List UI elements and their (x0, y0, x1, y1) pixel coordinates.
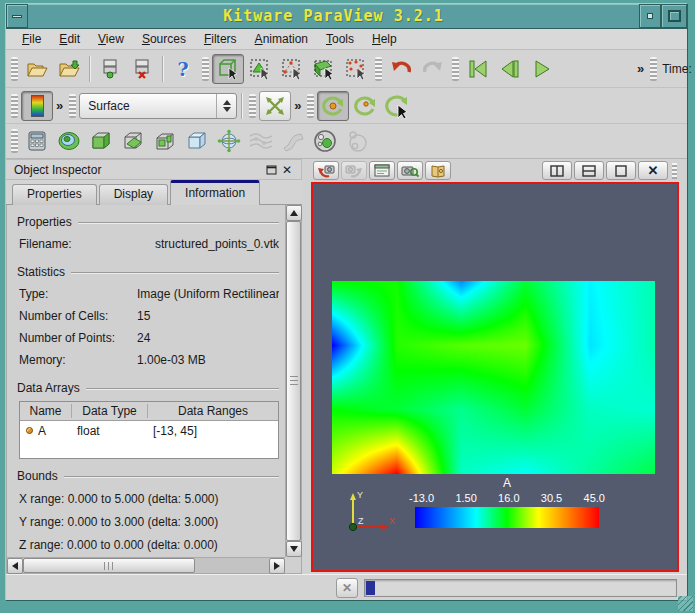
scalar-bar[interactable]: A -13.0 1.50 16.0 30.5 45.0 (409, 476, 605, 528)
toolbar-grip[interactable] (11, 94, 18, 118)
maximize-view-button[interactable] (606, 161, 636, 180)
camera-redo-button[interactable] (341, 161, 367, 180)
scroll-up-button[interactable] (286, 205, 302, 221)
menu-filters[interactable]: Filters (196, 30, 245, 48)
select-points-on-button[interactable] (276, 54, 308, 84)
group-datasets-button[interactable] (309, 126, 341, 156)
col-name[interactable]: Name (20, 404, 72, 418)
disconnect-server-button[interactable] (126, 54, 158, 84)
toolbar-grip[interactable] (11, 57, 18, 81)
object-inspector-dock: Object Inspector ✕ Properties Display In… (6, 159, 302, 574)
rotate-camera-x-button[interactable] (317, 91, 349, 121)
horizontal-scrollbar[interactable] (7, 557, 285, 573)
toolbar-grip[interactable] (375, 57, 382, 81)
select-cells-through-button[interactable] (308, 54, 340, 84)
play-button[interactable] (526, 54, 558, 84)
lookmark-button[interactable] (425, 161, 451, 180)
menu-tools[interactable]: Tools (318, 30, 362, 48)
tab-information[interactable]: Information (170, 180, 260, 205)
warp-button[interactable] (277, 126, 309, 156)
render-viewport[interactable]: A -13.0 1.50 16.0 30.5 45.0 (311, 182, 679, 572)
calculator-button[interactable] (21, 126, 53, 156)
help-button[interactable]: ? (167, 54, 199, 84)
representation-combobox[interactable]: Surface (79, 93, 237, 119)
undo-button[interactable] (385, 54, 417, 84)
dock-float-button[interactable] (263, 163, 279, 177)
toolbar-overflow-button[interactable]: » (53, 98, 66, 113)
capture-view-button[interactable] (397, 161, 423, 180)
glyph-button[interactable] (213, 126, 245, 156)
first-frame-button[interactable] (462, 54, 494, 84)
toolbar-overflow-button[interactable]: » (291, 98, 304, 113)
select-cells-on-button[interactable] (244, 54, 276, 84)
split-vertical-icon (582, 165, 596, 177)
vertical-scrollbar[interactable] (285, 205, 301, 557)
menu-file[interactable]: File (14, 30, 49, 48)
abort-button[interactable]: ✕ (336, 578, 358, 598)
redo-button[interactable] (417, 54, 449, 84)
scroll-left-button[interactable] (7, 558, 23, 574)
horizontal-scroll-thumb[interactable] (23, 558, 195, 573)
close-view-button[interactable]: ✕ (638, 161, 668, 180)
connect-server-button[interactable] (94, 54, 126, 84)
dashed-triangle-cursor-icon (249, 58, 271, 80)
points-label: Number of Points: (19, 331, 137, 345)
bounds-group-label: Bounds (17, 469, 279, 483)
col-data-ranges[interactable]: Data Ranges (148, 404, 278, 418)
menu-animation[interactable]: Animation (247, 30, 316, 48)
window-menu-button[interactable] (6, 4, 28, 28)
open-file-button[interactable] (21, 54, 53, 84)
toolbar-grip[interactable] (249, 94, 256, 118)
properties-group-label: Properties (17, 215, 279, 229)
toolbar-grip[interactable] (69, 94, 76, 118)
clip-icon (90, 130, 112, 152)
edit-view-options-button[interactable] (369, 161, 395, 180)
scroll-down-button[interactable] (286, 541, 302, 557)
combo-spinner[interactable] (216, 94, 236, 118)
reset-camera-button[interactable] (259, 91, 291, 121)
previous-frame-button[interactable] (494, 54, 526, 84)
menu-sources[interactable]: Sources (134, 30, 194, 48)
scroll-right-button[interactable] (269, 558, 285, 574)
menu-help[interactable]: Help (364, 30, 405, 48)
menu-edit[interactable]: Edit (51, 30, 88, 48)
menu-view[interactable]: View (90, 30, 132, 48)
extract-subset-button[interactable] (181, 126, 213, 156)
tab-properties[interactable]: Properties (12, 184, 97, 205)
rotate-camera-free-button[interactable] (381, 91, 413, 121)
toolbar-grip[interactable] (307, 94, 314, 118)
toolbar-grip[interactable] (202, 57, 209, 81)
split-view-vertical-button[interactable] (574, 161, 604, 180)
reset-camera-icon (264, 95, 286, 117)
threshold-button[interactable] (149, 126, 181, 156)
view-toolbar-grip[interactable] (672, 163, 677, 179)
contour-button[interactable] (53, 126, 85, 156)
toolbar-grip[interactable] (452, 57, 459, 81)
ungroup-button[interactable] (341, 126, 373, 156)
window-resize-grip[interactable] (678, 596, 693, 611)
camera-undo-button[interactable] (313, 161, 339, 180)
window-maximize-button[interactable] (661, 4, 687, 28)
table-row[interactable]: A float [-13, 45] (20, 421, 278, 440)
contour-icon (57, 130, 81, 152)
clip-button[interactable] (85, 126, 117, 156)
stream-tracer-button[interactable] (245, 126, 277, 156)
dock-title-bar[interactable]: Object Inspector ✕ (6, 159, 302, 180)
vertical-scroll-thumb[interactable] (286, 221, 301, 541)
surface-selection-button[interactable] (212, 54, 244, 84)
edit-color-map-button[interactable] (21, 91, 53, 121)
toolbar-grip[interactable] (11, 129, 18, 153)
dock-splitter[interactable] (302, 159, 311, 574)
toolbar-overflow-button[interactable]: » (634, 61, 647, 76)
select-points-through-button[interactable] (340, 54, 372, 84)
title-bar[interactable]: Kitware ParaView 3.2.1 (6, 4, 687, 29)
toolbar-grip[interactable] (650, 57, 657, 81)
slice-button[interactable] (117, 126, 149, 156)
dock-close-button[interactable]: ✕ (279, 163, 295, 177)
window-shade-button[interactable] (639, 4, 661, 28)
col-data-type[interactable]: Data Type (72, 404, 148, 418)
split-view-horizontal-button[interactable] (542, 161, 572, 180)
tab-display[interactable]: Display (99, 184, 168, 205)
load-state-button[interactable] (53, 54, 85, 84)
rotate-camera-y-button[interactable] (349, 91, 381, 121)
